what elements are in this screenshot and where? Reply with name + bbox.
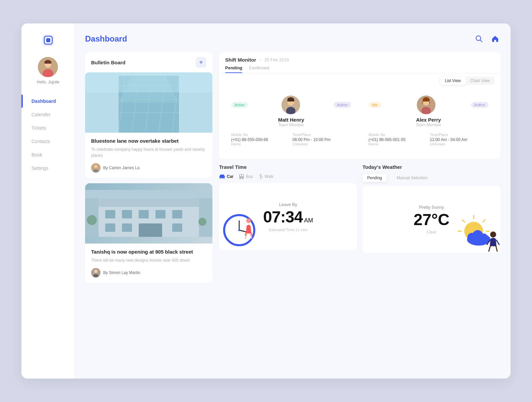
matt-avatar [281, 95, 300, 114]
author-name-1: By Carton James La [103, 165, 140, 170]
alex-time-value: 12:00 Am - 04:00 Am [430, 137, 488, 142]
alex-role-badge: Author [471, 102, 488, 108]
alex-status-badge: Idle [369, 102, 381, 108]
svg-point-49 [220, 178, 221, 179]
travel-tabs: Car Bus Walk [219, 174, 357, 179]
page-title: Dashboard [85, 34, 127, 44]
matt-role-badge: Author [334, 102, 351, 108]
right-column: Shift Monitor - 25 Feb 2019 Pending Conf… [219, 52, 501, 372]
main-content: Dashboard [75, 23, 511, 379]
card-desc-2: There will be many new designs homes nea… [91, 257, 206, 263]
sidebar-item-calender[interactable]: Calender [21, 108, 75, 121]
bulletin-card-1: Bluestone lane now overtake starbet To c… [85, 72, 212, 178]
weather-card: Pretty Sunny 27°C Clear [362, 186, 501, 253]
card-title-1: Bluestone lane now overtake starbet [91, 138, 206, 144]
leave-by-time-display: 07:34 AM [263, 209, 313, 225]
alex-place: Unknown [430, 142, 488, 146]
bottom-grid: Travel Time Car Bus [219, 164, 501, 253]
team-card-matt: Active Author [225, 89, 357, 153]
chart-view-button[interactable]: Chart View [466, 77, 494, 85]
svg-line-76 [489, 246, 490, 251]
clock-illustration [219, 207, 263, 250]
matt-mobile-col: Mobile No (+01) 88-555-000-66 Home [231, 133, 290, 146]
list-view-button[interactable]: List View [440, 77, 466, 85]
app-logo[interactable] [42, 34, 55, 47]
estimated-time-text: Estimated Time 11 mint [269, 228, 308, 232]
add-bulletin-button[interactable]: + [196, 57, 206, 68]
search-icon[interactable] [474, 34, 484, 44]
card-content-2: Tanishq is now opening at 905 black stre… [85, 244, 212, 283]
time-label-matt: Time/Place [292, 133, 351, 137]
alex-identity: Alex Perry Team Member [369, 117, 488, 127]
matt-identity: Matt Henry Team Member [231, 117, 351, 127]
svg-point-74 [480, 233, 488, 242]
svg-point-50 [223, 178, 224, 179]
svg-rect-2 [46, 38, 50, 42]
left-column: Bulletin Board + [85, 52, 212, 372]
team-card-alex: Idle [362, 89, 494, 153]
matt-status-badge: Active [231, 102, 248, 108]
bulletin-board-section: Bulletin Board + [85, 52, 212, 178]
time-label-alex: Time/Place [430, 133, 488, 137]
leave-by-label: Leave By [279, 202, 297, 207]
shift-date: 25 Feb 2019 [264, 57, 289, 62]
weather-status: Clear [427, 230, 437, 234]
weather-temperature: 27°C [413, 212, 449, 228]
content-grid: Bulletin Board + [85, 52, 501, 372]
user-profile: Hello, Jujulie [37, 57, 59, 84]
svg-point-36 [87, 215, 97, 225]
svg-rect-33 [139, 223, 162, 237]
matt-mobile-value: (+01) 88-555-000-66 [231, 137, 290, 142]
bulletin-card-2: Tanishq is now opening at 905 black stre… [85, 183, 212, 283]
tab-confirmed[interactable]: Confirmed [249, 65, 269, 73]
svg-point-61 [238, 229, 240, 231]
matt-mobile-sub: Home [231, 142, 290, 146]
leave-by-ampm: AM [304, 217, 313, 224]
svg-rect-48 [220, 175, 224, 176]
travel-tab-car[interactable]: Car [219, 174, 234, 179]
matt-place: Unknown [292, 142, 351, 146]
mobile-label-matt: Mobile No [231, 133, 290, 137]
weather-tab-pending[interactable]: Pending [362, 174, 387, 182]
svg-rect-28 [139, 210, 149, 218]
svg-line-67 [483, 220, 485, 222]
bulletin-header: Bulletin Board + [85, 52, 212, 72]
travel-title: Travel Time [219, 164, 357, 170]
sidebar-item-dashboard[interactable]: Dashboard [21, 94, 75, 108]
weather-title: Today's Weather [362, 164, 501, 170]
mobile-label-alex: Mobile No [369, 133, 427, 137]
svg-rect-52 [240, 175, 241, 176]
svg-point-75 [490, 231, 496, 238]
card-author-1: By Carton James La [91, 163, 206, 173]
author-name-2: By Simon Lay Martin [103, 270, 140, 275]
svg-rect-19 [85, 72, 212, 92]
travel-tab-walk[interactable]: Walk [258, 174, 273, 179]
svg-rect-27 [122, 210, 132, 218]
matt-role: Team Member [231, 123, 351, 127]
weather-tab-manual[interactable]: Manual Selection [392, 174, 432, 182]
home-icon[interactable] [490, 34, 501, 44]
greeting-text: Hello, Jujulie [37, 80, 59, 84]
svg-point-54 [240, 178, 241, 179]
card-image-2 [85, 183, 212, 244]
svg-point-62 [246, 218, 251, 223]
nav-menu: Dashboard Calender Tickets Contacts Book… [21, 94, 75, 175]
svg-rect-32 [122, 223, 132, 232]
sidebar-item-tickets[interactable]: Tickets [21, 121, 75, 135]
alex-name: Alex Perry [369, 117, 488, 123]
sidebar-item-contacts[interactable]: Contacts [21, 135, 75, 148]
author-avatar-2 [91, 268, 101, 277]
travel-tab-bus[interactable]: Bus [239, 174, 253, 179]
svg-rect-26 [105, 210, 115, 218]
card-image-1 [85, 72, 212, 133]
card-desc-1: To celebrate company happy hours at hous… [91, 146, 206, 158]
svg-point-39 [94, 270, 97, 273]
matt-name: Matt Henry [231, 117, 351, 123]
svg-point-37 [198, 218, 206, 226]
sidebar-item-book[interactable]: Book [21, 148, 75, 161]
tab-pending[interactable]: Pending [225, 65, 242, 73]
alex-time-col: Time/Place 12:00 Am - 04:00 Am Unknown [430, 133, 488, 146]
svg-line-77 [496, 246, 497, 251]
svg-rect-31 [105, 223, 115, 232]
sidebar-item-settings[interactable]: Settings [21, 161, 75, 175]
